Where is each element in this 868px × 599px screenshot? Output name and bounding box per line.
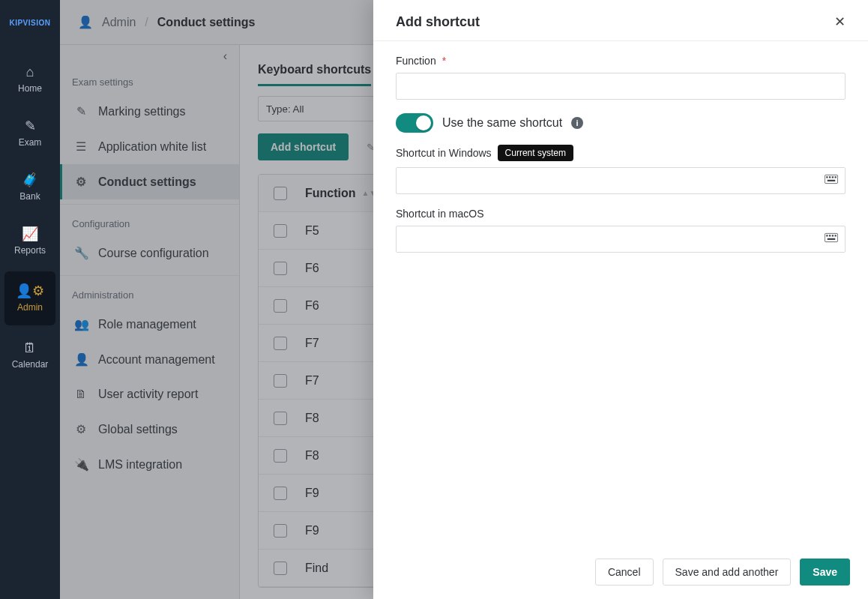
function-field: Function *: [396, 55, 846, 100]
function-input[interactable]: [396, 73, 846, 100]
nav-label: Home: [18, 83, 42, 94]
close-icon[interactable]: ✕: [834, 13, 846, 30]
windows-shortcut-field: Shortcut in Windows Current system: [396, 145, 846, 194]
required-indicator: *: [442, 55, 446, 67]
svg-rect-5: [828, 180, 836, 181]
svg-rect-9: [832, 235, 834, 236]
nav-label: Bank: [19, 191, 40, 202]
windows-shortcut-input[interactable]: [396, 167, 846, 194]
toggle-knob: [416, 115, 431, 130]
nav-calendar[interactable]: 🗓 Calendar: [0, 328, 60, 382]
svg-rect-11: [828, 238, 836, 240]
briefcase-icon: 🧳: [22, 173, 38, 187]
main: 👤 Admin / Conduct settings ‹ Exam settin…: [60, 0, 868, 599]
same-shortcut-label: Use the same shortcut: [442, 116, 562, 130]
windows-label: Shortcut in Windows: [396, 147, 492, 159]
chart-icon: 📈: [22, 227, 38, 241]
svg-rect-7: [826, 235, 828, 236]
pencil-icon: ✎: [25, 119, 36, 133]
svg-rect-8: [829, 235, 831, 236]
svg-rect-4: [835, 176, 837, 178]
macos-label: Shortcut in macOS: [396, 208, 484, 220]
left-rail: KIPVISION ⌂ Home ✎ Exam 🧳 Bank 📈 Reports…: [0, 0, 60, 599]
function-label: Function: [396, 55, 436, 67]
save-and-add-another-button[interactable]: Save and add another: [663, 559, 792, 586]
svg-rect-3: [832, 176, 834, 178]
primary-nav: ⌂ Home ✎ Exam 🧳 Bank 📈 Reports 👤⚙ Admin …: [0, 52, 60, 382]
svg-rect-0: [825, 175, 837, 183]
nav-label: Reports: [14, 245, 46, 256]
keyboard-icon[interactable]: [825, 174, 838, 187]
drawer-header: Add shortcut ✕: [373, 0, 868, 41]
nav-label: Exam: [19, 137, 42, 148]
svg-rect-6: [825, 233, 837, 241]
add-shortcut-drawer: Add shortcut ✕ Function * Use the same s…: [373, 0, 868, 599]
nav-bank[interactable]: 🧳 Bank: [0, 160, 60, 214]
same-shortcut-switch: Use the same shortcut i: [396, 113, 846, 133]
nav-reports[interactable]: 📈 Reports: [0, 214, 60, 268]
keyboard-icon[interactable]: [825, 232, 838, 246]
info-icon[interactable]: i: [571, 117, 583, 129]
nav-label: Calendar: [12, 359, 49, 370]
home-icon: ⌂: [26, 65, 34, 79]
nav-exam[interactable]: ✎ Exam: [0, 106, 60, 160]
calendar-icon: 🗓: [23, 341, 37, 355]
user-gear-icon: 👤⚙: [16, 284, 44, 298]
current-system-badge: Current system: [498, 145, 573, 161]
save-button[interactable]: Save: [800, 559, 850, 586]
nav-home[interactable]: ⌂ Home: [0, 52, 60, 106]
svg-rect-2: [829, 176, 831, 178]
macos-shortcut-input[interactable]: [396, 226, 846, 253]
drawer-title: Add shortcut: [396, 14, 480, 30]
svg-rect-10: [835, 235, 837, 236]
cancel-button[interactable]: Cancel: [595, 559, 654, 586]
nav-label: Admin: [17, 302, 43, 313]
macos-shortcut-field: Shortcut in macOS: [396, 208, 846, 253]
drawer-body: Function * Use the same shortcut i Short…: [373, 41, 868, 548]
nav-admin[interactable]: 👤⚙ Admin: [4, 271, 55, 325]
same-shortcut-toggle[interactable]: [396, 113, 433, 133]
drawer-footer: Cancel Save and add another Save: [373, 548, 868, 599]
brand-logo: KIPVISION: [0, 0, 60, 45]
svg-rect-1: [826, 176, 828, 178]
